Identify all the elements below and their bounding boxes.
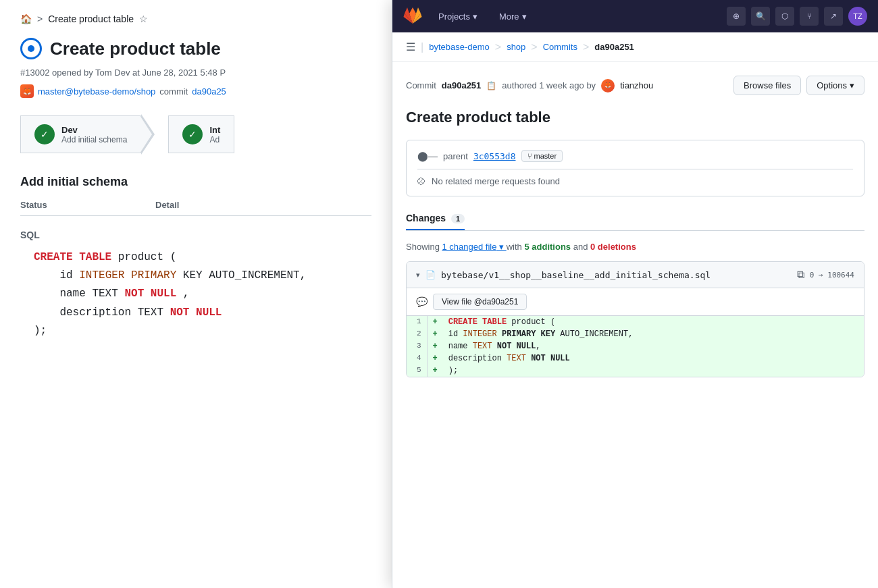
commit-header-row: Commit da90a251 📋 authored 1 week ago by… xyxy=(406,76,864,95)
left-panel: 🏠 > Create product table ☆ Create produc… xyxy=(0,0,392,588)
diff-line: 2+ id INTEGER PRIMARY KEY AUTO_INCREMENT… xyxy=(407,328,864,340)
options-button[interactable]: Options ▾ xyxy=(806,76,864,95)
line-content: description TEXT NOT NULL xyxy=(443,352,864,365)
diff-file-header: ▾ 📄 bytebase/v1__shop__baseline__add_ini… xyxy=(407,262,864,288)
pipeline-step-int: ✓ Int Ad xyxy=(168,115,234,153)
breadcrumb-separator: > xyxy=(37,14,43,24)
nav-create-icon[interactable]: ⊕ xyxy=(727,7,746,26)
line-number: 5 xyxy=(407,365,427,377)
commit-ref-link[interactable]: master@bytebase-demo/shop xyxy=(38,86,155,97)
nav-code-review-icon[interactable]: ⬡ xyxy=(775,7,794,26)
no-merge-text: No related merge requests found xyxy=(432,176,560,186)
git-branch-icon: ⬤— xyxy=(417,151,438,161)
additions-count: 5 additions xyxy=(524,242,571,252)
step-check-int: ✓ xyxy=(182,124,203,144)
author-name: tianzhou xyxy=(620,80,653,90)
sql-code-block: CREATE TABLE product ( id INTEGER PRIMAR… xyxy=(20,248,371,340)
issue-title-row: Create product table xyxy=(20,38,371,59)
nav-merge-icon[interactable]: ⑂ xyxy=(800,7,819,26)
diff-expand-icon[interactable]: ▾ xyxy=(416,271,420,279)
commit-meta-box: ⬤— parent 3c0553d8 ⑂ master ⛒ No related… xyxy=(406,140,864,196)
line-plus-sign: + xyxy=(427,316,443,328)
nav-projects[interactable]: Projects ▾ xyxy=(433,9,483,24)
diff-comment-icon[interactable]: 💬 xyxy=(416,296,428,307)
line-content: CREATE TABLE product ( xyxy=(443,316,864,328)
subnav-current-commit: da90a251 xyxy=(594,42,634,52)
subnav-menu-icon[interactable]: ☰ xyxy=(406,41,415,53)
diff-actions: 💬 View file @da90a251 xyxy=(407,288,864,316)
merge-row: ⛒ No related merge requests found xyxy=(417,169,853,186)
line-plus-sign: + xyxy=(427,340,443,352)
diff-filename: bytebase/v1__shop__baseline__add_initial… xyxy=(441,270,792,280)
step-check-dev: ✓ xyxy=(34,124,55,144)
sql-label: SQL xyxy=(20,230,371,240)
home-icon[interactable]: 🏠 xyxy=(20,14,32,24)
nav-search-icon[interactable]: 🔍 xyxy=(751,7,770,26)
breadcrumb: 🏠 > Create product table ☆ xyxy=(20,14,371,24)
commit-action-buttons: Browse files Options ▾ xyxy=(733,76,864,95)
commit-hash-link[interactable]: da90a25 xyxy=(192,86,226,97)
sql-type-integer: INTEGER PRIMARY xyxy=(79,269,176,282)
diff-container: ▾ 📄 bytebase/v1__shop__baseline__add_ini… xyxy=(406,261,864,377)
author-avatar: 🦊 xyxy=(601,79,615,92)
commit-info: Commit da90a251 📋 authored 1 week ago by… xyxy=(406,79,653,92)
issue-meta-text: #13002 opened by Tom Dev at June 28, 202… xyxy=(20,68,226,78)
line-plus-sign: + xyxy=(427,365,443,377)
commit-title: Create product table xyxy=(406,109,864,126)
subnav-org-link[interactable]: bytebase-demo xyxy=(429,42,490,52)
commit-hash: da90a251 xyxy=(442,80,482,90)
line-content: name TEXT NOT NULL, xyxy=(443,340,864,352)
sql-kw-not-null-1: NOT NULL xyxy=(124,288,176,300)
view-file-button[interactable]: View file @da90a251 xyxy=(433,294,527,310)
line-number: 2 xyxy=(407,328,427,340)
subnav-repo-link[interactable]: shop xyxy=(507,42,525,52)
parent-hash-link[interactable]: 3c0553d8 xyxy=(473,151,516,161)
diff-line: 1+CREATE TABLE product ( xyxy=(407,316,864,328)
changes-tab-bar: Changes 1 xyxy=(406,207,864,231)
issue-title: Create product table xyxy=(50,38,221,59)
star-icon[interactable]: ☆ xyxy=(139,14,148,24)
nav-external-link-icon[interactable]: ↗ xyxy=(824,7,843,26)
user-avatar[interactable]: TZ xyxy=(848,7,867,26)
commit-ref-text: commit xyxy=(159,86,188,97)
commit-label: Commit xyxy=(406,80,436,90)
line-content: id INTEGER PRIMARY KEY AUTO_INCREMENT, xyxy=(443,328,864,340)
sql-line-2: id INTEGER PRIMARY KEY AUTO_INCREMENT, xyxy=(34,267,371,285)
changed-file-link[interactable]: 1 changed file ▾ xyxy=(442,242,507,252)
step-info-int: Int Ad xyxy=(209,125,220,144)
right-panel: Projects ▾ More ▾ ⊕ 🔍 ⬡ ⑂ ↗ TZ ☰ | byteb… xyxy=(392,0,878,588)
step-desc-int: Ad xyxy=(209,135,220,144)
branch-icon: ⑂ xyxy=(527,152,532,160)
sql-line-3: name TEXT NOT NULL , xyxy=(34,285,371,303)
diff-mode: 0 → 100644 xyxy=(810,271,854,279)
nav-icon-group: ⊕ 🔍 ⬡ ⑂ ↗ TZ xyxy=(727,7,867,26)
step-info-dev: Dev Add initial schema xyxy=(61,125,127,144)
deletions-count: 0 deletions xyxy=(590,242,636,252)
table-header: Status Detail xyxy=(20,200,371,216)
tab-changes[interactable]: Changes 1 xyxy=(406,207,465,230)
nav-more[interactable]: More ▾ xyxy=(494,9,532,24)
line-content: ); xyxy=(443,365,864,377)
sql-kw-not-null-2: NOT NULL xyxy=(170,306,222,319)
merge-request-icon: ⛒ xyxy=(417,176,426,186)
diff-copy-path-icon[interactable]: ⧉ xyxy=(797,269,804,281)
diff-line: 5+); xyxy=(407,365,864,377)
gitlab-navbar: Projects ▾ More ▾ ⊕ 🔍 ⬡ ⑂ ↗ TZ xyxy=(392,0,878,32)
issue-meta: #13002 opened by Tom Dev at June 28, 202… xyxy=(20,68,371,78)
step-name-dev: Dev xyxy=(61,125,127,135)
pipeline-arrow xyxy=(141,114,168,155)
sql-kw-create-table: CREATE TABLE xyxy=(34,251,111,263)
diff-line: 3+ name TEXT NOT NULL, xyxy=(407,340,864,352)
col-detail-header: Detail xyxy=(155,200,179,210)
browse-files-button[interactable]: Browse files xyxy=(733,76,801,95)
step-desc-dev: Add initial schema xyxy=(61,135,127,144)
issue-status-circle xyxy=(20,38,42,59)
diff-file-icon: 📄 xyxy=(425,270,436,279)
breadcrumb-page-title: Create product table xyxy=(48,14,134,24)
pipeline: ✓ Dev Add initial schema ✓ Int Ad xyxy=(20,114,371,155)
status-dot xyxy=(28,45,34,52)
line-plus-sign: + xyxy=(427,328,443,340)
clipboard-icon[interactable]: 📋 xyxy=(486,81,496,90)
subnav-commits-link[interactable]: Commits xyxy=(543,42,577,52)
commit-title-section: Create product table xyxy=(406,109,864,126)
